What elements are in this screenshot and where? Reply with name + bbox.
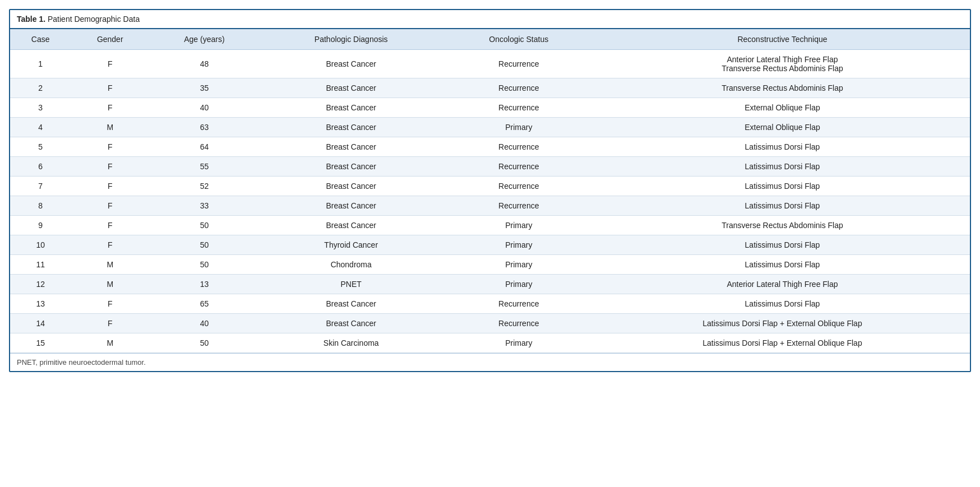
- table-row: 14F40Breast CancerRecurrenceLatissimus D…: [10, 314, 970, 333]
- cell-status: Primary: [443, 275, 595, 294]
- cell-case: 15: [10, 333, 71, 353]
- table-footnote: PNET, primitive neuroectodermal tumor.: [10, 353, 970, 371]
- cell-status: Recurrence: [443, 294, 595, 314]
- cell-diagnosis: Skin Carcinoma: [260, 333, 443, 353]
- table-container: Table 1. Patient Demographic Data Case G…: [9, 9, 971, 372]
- cell-diagnosis: Thyroid Cancer: [260, 235, 443, 255]
- cell-gender: M: [71, 118, 149, 137]
- cell-age: 40: [149, 314, 260, 333]
- table-row: 2F35Breast CancerRecurrenceTransverse Re…: [10, 78, 970, 98]
- cell-case: 10: [10, 235, 71, 255]
- cell-gender: F: [71, 157, 149, 177]
- cell-case: 8: [10, 196, 71, 216]
- cell-age: 40: [149, 98, 260, 118]
- table-row: 10F50Thyroid CancerPrimaryLatissimus Dor…: [10, 235, 970, 255]
- cell-age: 55: [149, 157, 260, 177]
- cell-diagnosis: Breast Cancer: [260, 294, 443, 314]
- table-row: 13F65Breast CancerRecurrenceLatissimus D…: [10, 294, 970, 314]
- cell-diagnosis: Breast Cancer: [260, 78, 443, 98]
- cell-diagnosis: Breast Cancer: [260, 196, 443, 216]
- cell-technique: Latissimus Dorsi Flap: [595, 294, 970, 314]
- table-row: 11M50ChondromaPrimaryLatissimus Dorsi Fl…: [10, 255, 970, 275]
- cell-status: Primary: [443, 255, 595, 275]
- cell-gender: F: [71, 78, 149, 98]
- cell-case: 13: [10, 294, 71, 314]
- col-case: Case: [10, 29, 71, 50]
- cell-age: 13: [149, 275, 260, 294]
- cell-case: 1: [10, 50, 71, 78]
- cell-status: Recurrence: [443, 137, 595, 157]
- table-row: 1F48Breast CancerRecurrenceAnterior Late…: [10, 50, 970, 78]
- cell-gender: F: [71, 177, 149, 196]
- cell-status: Primary: [443, 216, 595, 235]
- cell-case: 9: [10, 216, 71, 235]
- cell-technique: Latissimus Dorsi Flap: [595, 196, 970, 216]
- cell-gender: M: [71, 255, 149, 275]
- table-title: Table 1. Patient Demographic Data: [10, 10, 970, 29]
- cell-diagnosis: Breast Cancer: [260, 137, 443, 157]
- cell-age: 52: [149, 177, 260, 196]
- cell-gender: F: [71, 314, 149, 333]
- cell-case: 4: [10, 118, 71, 137]
- cell-status: Recurrence: [443, 157, 595, 177]
- cell-diagnosis: Breast Cancer: [260, 118, 443, 137]
- cell-technique: Latissimus Dorsi Flap + External Oblique…: [595, 314, 970, 333]
- cell-status: Recurrence: [443, 314, 595, 333]
- table-row: 15M50Skin CarcinomaPrimaryLatissimus Dor…: [10, 333, 970, 353]
- cell-case: 7: [10, 177, 71, 196]
- cell-diagnosis: Breast Cancer: [260, 314, 443, 333]
- table-row: 12M13PNETPrimaryAnterior Lateral Thigh F…: [10, 275, 970, 294]
- cell-age: 35: [149, 78, 260, 98]
- cell-status: Recurrence: [443, 98, 595, 118]
- cell-technique: External Oblique Flap: [595, 118, 970, 137]
- cell-status: Recurrence: [443, 196, 595, 216]
- cell-technique: External Oblique Flap: [595, 98, 970, 118]
- cell-case: 6: [10, 157, 71, 177]
- cell-status: Recurrence: [443, 177, 595, 196]
- cell-diagnosis: Breast Cancer: [260, 157, 443, 177]
- cell-case: 3: [10, 98, 71, 118]
- cell-age: 33: [149, 196, 260, 216]
- cell-technique: Anterior Lateral Thigh Free FlapTransver…: [595, 50, 970, 78]
- cell-technique: Latissimus Dorsi Flap: [595, 177, 970, 196]
- cell-diagnosis: Breast Cancer: [260, 98, 443, 118]
- cell-case: 12: [10, 275, 71, 294]
- cell-diagnosis: Breast Cancer: [260, 177, 443, 196]
- cell-status: Recurrence: [443, 78, 595, 98]
- cell-diagnosis: Chondroma: [260, 255, 443, 275]
- table-row: 6F55Breast CancerRecurrenceLatissimus Do…: [10, 157, 970, 177]
- cell-age: 48: [149, 50, 260, 78]
- cell-gender: F: [71, 137, 149, 157]
- cell-gender: M: [71, 333, 149, 353]
- cell-technique: Transverse Rectus Abdominis Flap: [595, 78, 970, 98]
- table-row: 5F64Breast CancerRecurrenceLatissimus Do…: [10, 137, 970, 157]
- cell-age: 50: [149, 333, 260, 353]
- cell-case: 5: [10, 137, 71, 157]
- cell-diagnosis: PNET: [260, 275, 443, 294]
- col-technique: Reconstructive Technique: [595, 29, 970, 50]
- cell-case: 11: [10, 255, 71, 275]
- cell-technique: Latissimus Dorsi Flap + External Oblique…: [595, 333, 970, 353]
- cell-gender: M: [71, 275, 149, 294]
- cell-technique: Anterior Lateral Thigh Free Flap: [595, 275, 970, 294]
- col-diagnosis: Pathologic Diagnosis: [260, 29, 443, 50]
- table-row: 8F33Breast CancerRecurrenceLatissimus Do…: [10, 196, 970, 216]
- table-row: 7F52Breast CancerRecurrenceLatissimus Do…: [10, 177, 970, 196]
- cell-technique: Latissimus Dorsi Flap: [595, 137, 970, 157]
- col-age: Age (years): [149, 29, 260, 50]
- cell-diagnosis: Breast Cancer: [260, 216, 443, 235]
- cell-case: 2: [10, 78, 71, 98]
- table-header-row: Case Gender Age (years) Pathologic Diagn…: [10, 29, 970, 50]
- table-row: 9F50Breast CancerPrimaryTransverse Rectu…: [10, 216, 970, 235]
- cell-gender: F: [71, 216, 149, 235]
- cell-technique: Latissimus Dorsi Flap: [595, 157, 970, 177]
- cell-status: Recurrence: [443, 50, 595, 78]
- cell-status: Primary: [443, 118, 595, 137]
- table-row: 3F40Breast CancerRecurrenceExternal Obli…: [10, 98, 970, 118]
- cell-age: 64: [149, 137, 260, 157]
- cell-gender: F: [71, 196, 149, 216]
- cell-age: 65: [149, 294, 260, 314]
- cell-gender: F: [71, 98, 149, 118]
- cell-technique: Latissimus Dorsi Flap: [595, 235, 970, 255]
- cell-technique: Transverse Rectus Abdominis Flap: [595, 216, 970, 235]
